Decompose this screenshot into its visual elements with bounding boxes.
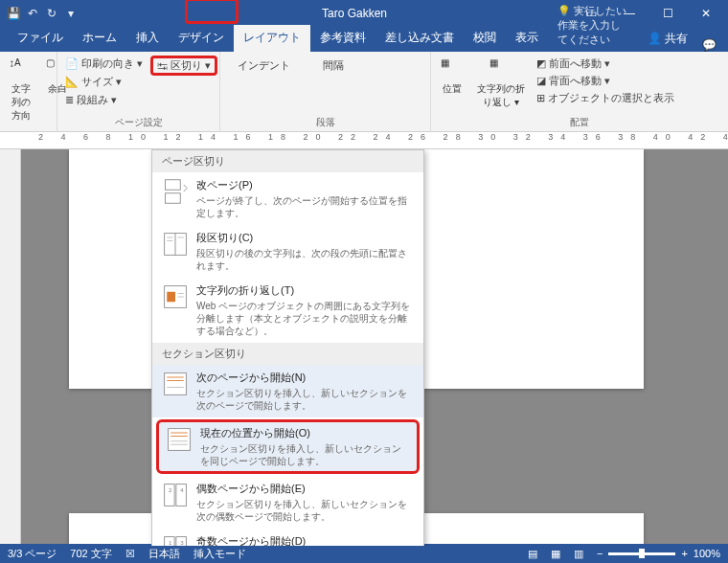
save-icon[interactable]: 💾 [6,7,21,20]
breaks-dropdown: ページ区切り 改ページ(P)ページが終了し、次のページが開始する位置を指定します… [151,149,424,546]
zoom-control[interactable]: − + 100% [597,548,720,559]
zoom-percent[interactable]: 100% [694,548,720,559]
tab-home[interactable]: ホーム [73,25,126,52]
window-title: Taro Gakken [134,7,575,20]
status-insert-mode[interactable]: 挿入モード [193,547,246,561]
close-button[interactable]: ✕ [690,0,722,27]
redo-icon[interactable]: ↻ [44,7,59,20]
section-continuous-icon [166,426,193,453]
status-proofing-icon[interactable]: ☒ [125,548,135,560]
indent-label: インデント [236,57,292,74]
group-label-arrange: 配置 [437,114,722,129]
break-column[interactable]: 段区切り(C)段区切りの後の文字列は、次の段の先頭に配置されます。 [152,225,423,278]
share-button[interactable]: 👤 共有 [638,26,697,52]
orientation-button[interactable]: 📄 印刷の向き ▾ [63,56,145,72]
view-print-layout-icon[interactable]: ▦ [551,548,560,560]
status-page[interactable]: 3/3 ページ [8,547,57,561]
status-bar: 3/3 ページ 702 文字 ☒ 日本語 挿入モード ▤ ▦ ▥ − + 100… [0,544,728,563]
column-break-icon [162,231,189,258]
horizontal-ruler[interactable]: 2 4 6 8 10 12 14 16 18 20 22 24 26 28 30… [0,132,728,149]
svg-rect-8 [167,292,175,303]
qat-customize-icon[interactable]: ▾ [63,7,79,20]
group-label-page-setup: ページ設定 [63,114,214,129]
ribbon-tab-strip: ファイル ホーム 挿入 デザイン レイアウト 参考資料 差し込み文書 校閲 表示… [0,27,728,52]
section-break-next-page[interactable]: 次のページから開始(N)セクション区切りを挿入し、新しいセクションを次のページで… [152,365,423,417]
svg-text:3: 3 [180,539,184,546]
svg-text:2: 2 [169,486,172,493]
tab-layout[interactable]: レイアウト [234,25,310,52]
zoom-slider[interactable] [608,552,675,555]
view-web-layout-icon[interactable]: ▥ [574,548,583,560]
undo-icon[interactable]: ↶ [25,7,40,20]
group-label-paragraph: 段落 [226,114,424,129]
section-even-page-icon: 24 [162,482,189,508]
selection-pane-button[interactable]: ⊞ オブジェクトの選択と表示 [535,90,676,106]
breaks-button[interactable]: ⭾ 区切り ▾ [150,56,217,76]
break-page[interactable]: 改ページ(P)ページが終了し、次のページが開始する位置を指定します。 [152,172,423,225]
spacing-label: 間隔 [321,57,346,74]
tab-design[interactable]: デザイン [169,25,234,52]
status-language[interactable]: 日本語 [148,547,180,561]
text-wrap-break-icon [162,283,189,310]
tab-references[interactable]: 参考資料 [310,25,375,52]
view-read-mode-icon[interactable]: ▤ [528,548,537,560]
svg-text:4: 4 [180,486,184,493]
dropdown-header-page-breaks: ページ区切り [152,150,423,172]
zoom-in-icon[interactable]: + [681,548,687,559]
send-backward-button[interactable]: ◪ 背面へ移動 ▾ [535,73,676,89]
tab-file[interactable]: ファイル [8,25,73,52]
section-odd-page-icon: 13 [162,534,189,546]
zoom-out-icon[interactable]: − [597,548,603,559]
svg-rect-15 [169,429,191,451]
tab-insert[interactable]: 挿入 [126,25,169,52]
columns-button[interactable]: ≣ 段組み ▾ [63,92,145,108]
dropdown-header-section-breaks: セクション区切り [152,343,423,365]
page-break-icon [162,178,189,205]
svg-rect-11 [165,373,187,395]
maximize-button[interactable]: ☐ [651,0,684,27]
tell-me-placeholder: 実行したい作業を入力してください [557,5,626,45]
bring-forward-button[interactable]: ◩ 前面へ移動 ▾ [535,56,676,72]
tell-me-box[interactable]: 💡 実行したい作業を入力してください [548,0,638,52]
section-next-page-icon [162,371,189,397]
status-word-count[interactable]: 702 文字 [70,547,111,561]
svg-rect-1 [166,193,181,204]
tab-review[interactable]: 校閲 [464,25,506,52]
comment-icon[interactable]: 💬 [697,38,720,52]
svg-text:1: 1 [169,539,172,546]
wrap-text-button[interactable]: ▦文字列の折 り返し ▾ [473,56,529,111]
section-break-even-page[interactable]: 24 偶数ページから開始(E)セクション区切りを挿入し、新しいセクションを次の偶… [152,476,423,529]
text-direction-button[interactable]: ↨A文字列の 方向 [6,56,36,124]
position-button[interactable]: ▦位置 [437,56,467,111]
section-break-odd-page[interactable]: 13 奇数ページから開始(D)セクション区切りを挿入し、新しいセクションを次の奇… [152,529,423,546]
svg-rect-0 [166,180,181,191]
size-button[interactable]: 📐 サイズ ▾ [63,74,145,90]
vertical-ruler[interactable] [0,149,21,546]
document-area[interactable]: ウォーキングの種類 ウォーキングには日常生活から取り入れられるものから本格的なも… [0,149,728,546]
tab-view[interactable]: 表示 [506,25,548,52]
ribbon: ↨A文字列の 方向 ▢余白 📄 印刷の向き ▾ 📐 サイズ ▾ ≣ 段組み ▾ … [0,52,728,132]
break-text-wrap[interactable]: 文字列の折り返し(T)Web ページのオブジェクトの周囲にある文字列を分離します… [152,278,423,343]
tab-mailings[interactable]: 差し込み文書 [375,25,464,52]
section-break-continuous[interactable]: 現在の位置から開始(O)セクション区切りを挿入し、新しいセクションを同じページで… [156,419,420,474]
